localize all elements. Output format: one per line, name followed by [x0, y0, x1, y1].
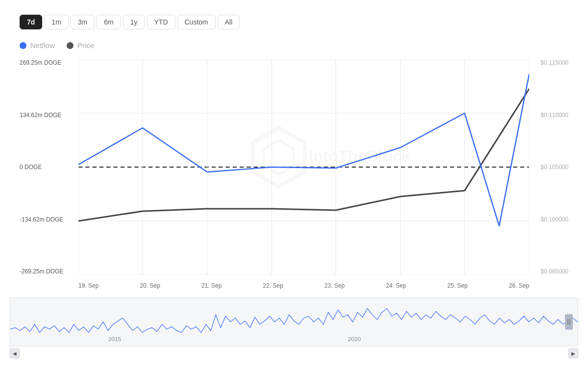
- main-container: 7d1m3m6m1yYTDCustomAll Netflow Price 269…: [0, 0, 588, 392]
- nav-arrow-right[interactable]: ▶: [568, 348, 578, 358]
- legend-item-price: Price: [67, 41, 94, 49]
- x-label-0: 19. Sep: [78, 282, 98, 289]
- y-label-right-4: $0.095000: [540, 268, 568, 275]
- time-btn-7d[interactable]: 7d: [20, 15, 42, 29]
- legend-label-netflow: Netflow: [30, 41, 55, 49]
- nav-arrows-container: ◀ ▶: [5, 346, 583, 360]
- main-chart-area: 269.25m DOGE134.62m DOGE0 DOGE-134.62m D…: [5, 59, 583, 294]
- legend-label-price: Price: [77, 41, 94, 49]
- time-btn-custom[interactable]: Custom: [177, 15, 216, 29]
- x-label-2: 21. Sep: [201, 282, 221, 289]
- nav-arrow-left[interactable]: ◀: [10, 348, 20, 358]
- x-label-3: 22. Sep: [263, 282, 283, 289]
- time-btn-1y[interactable]: 1y: [123, 15, 145, 29]
- y-axis-right: $0.115000$0.110000$0.105000$0.100000$0.0…: [529, 59, 568, 275]
- mini-chart-svg: 2015 2020: [10, 298, 578, 346]
- x-label-1: 20. Sep: [140, 282, 160, 289]
- y-label-left-2: 0 DOGE: [20, 164, 78, 171]
- nav-handle-line-1: [567, 319, 568, 325]
- svg-rect-17: [10, 298, 578, 346]
- y-label-left-0: 269.25m DOGE: [20, 59, 78, 66]
- chart-svg: IntoTheBlock: [78, 59, 529, 275]
- time-range-selector: 7d1m3m6m1yYTDCustomAll: [5, 10, 583, 39]
- y-label-left-1: 134.62m DOGE: [20, 112, 78, 119]
- x-label-4: 23. Sep: [324, 282, 344, 289]
- chart-inner: 269.25m DOGE134.62m DOGE0 DOGE-134.62m D…: [20, 59, 568, 294]
- time-btn-6m[interactable]: 6m: [97, 15, 121, 29]
- year-2020: 2020: [348, 336, 361, 343]
- time-btn-1m[interactable]: 1m: [44, 15, 68, 29]
- mini-chart[interactable]: 2015 2020: [10, 297, 578, 346]
- time-btn-all[interactable]: All: [218, 15, 240, 29]
- nav-handle-line-2: [569, 319, 570, 325]
- y-label-left-4: -269.25m DOGE: [20, 268, 78, 275]
- y-label-right-0: $0.115000: [540, 59, 568, 66]
- svg-text:IntoTheBlock: IntoTheBlock: [309, 147, 411, 165]
- svg-marker-14: [253, 128, 305, 187]
- y-label-right-2: $0.105000: [540, 164, 568, 171]
- nav-handle[interactable]: [565, 314, 573, 330]
- year-2015: 2015: [108, 336, 122, 343]
- time-btn-3m[interactable]: 3m: [71, 15, 95, 29]
- watermark: IntoTheBlock: [253, 128, 411, 187]
- chart-svg-container: IntoTheBlock: [78, 59, 529, 275]
- legend-dot-netflow: [20, 42, 26, 49]
- nav-handle-lines: [567, 319, 570, 325]
- legend-item-netflow: Netflow: [20, 41, 55, 49]
- chart-legend: Netflow Price: [5, 39, 583, 59]
- x-label-5: 24. Sep: [386, 282, 406, 289]
- x-label-7: 26. Sep: [509, 282, 529, 289]
- x-axis: 19. Sep20. Sep21. Sep22. Sep23. Sep24. S…: [78, 277, 529, 294]
- legend-dot-price: [67, 42, 74, 49]
- y-axis-left: 269.25m DOGE134.62m DOGE0 DOGE-134.62m D…: [20, 59, 78, 275]
- x-label-6: 25. Sep: [447, 282, 467, 289]
- svg-marker-15: [264, 140, 294, 174]
- y-label-right-3: $0.100000: [540, 216, 568, 223]
- y-label-right-1: $0.110000: [540, 112, 568, 119]
- y-label-left-3: -134.62m DOGE: [20, 216, 78, 223]
- time-btn-ytd[interactable]: YTD: [147, 15, 175, 29]
